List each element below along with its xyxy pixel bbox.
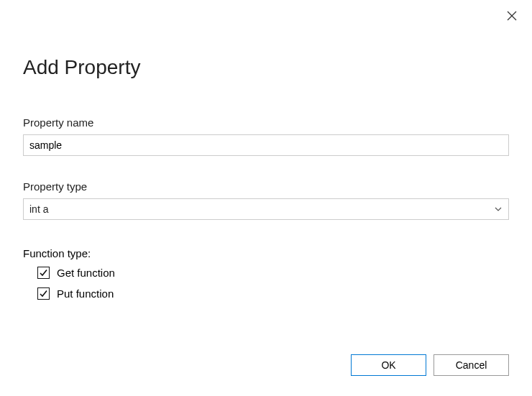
function-type-group: Function type: Get function Put function (23, 247, 509, 300)
put-function-row: Put function (37, 287, 509, 300)
close-button[interactable] (506, 10, 518, 22)
property-type-group: Property type int a (23, 180, 509, 220)
get-function-checkbox[interactable] (37, 267, 50, 279)
property-type-selected: int a (29, 203, 48, 215)
cancel-button[interactable]: Cancel (434, 354, 509, 376)
function-type-label: Function type: (23, 247, 509, 259)
property-name-label: Property name (23, 116, 509, 129)
checkmark-icon (39, 268, 48, 277)
property-name-group: Property name (23, 116, 509, 156)
dialog-content: Add Property Property name Property type… (0, 0, 532, 300)
put-function-checkbox[interactable] (37, 287, 50, 300)
dialog-title: Add Property (23, 56, 509, 79)
property-name-input[interactable] (23, 134, 509, 156)
close-icon (506, 10, 518, 22)
checkmark-icon (39, 289, 48, 298)
get-function-row: Get function (37, 267, 509, 279)
property-type-combobox[interactable]: int a (23, 198, 509, 220)
dialog-buttons: OK Cancel (351, 354, 509, 376)
property-type-label: Property type (23, 180, 509, 193)
get-function-label[interactable]: Get function (57, 267, 115, 279)
chevron-down-icon (494, 205, 503, 213)
put-function-label[interactable]: Put function (57, 287, 114, 300)
ok-button[interactable]: OK (351, 354, 426, 376)
